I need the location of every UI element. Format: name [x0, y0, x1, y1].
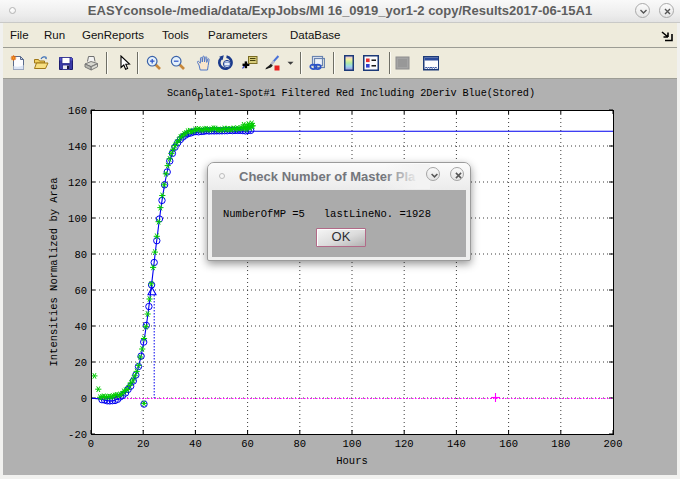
svg-text:20: 20: [74, 357, 87, 369]
svg-text:140: 140: [447, 438, 466, 450]
svg-text:120: 120: [68, 177, 87, 189]
svg-text:Intensities Normalized by Area: Intensities Normalized by Area: [48, 177, 60, 366]
svg-text:120: 120: [395, 438, 414, 450]
svg-text:60: 60: [74, 285, 87, 297]
svg-text:40: 40: [189, 438, 202, 450]
svg-text:200: 200: [604, 438, 623, 450]
svg-text:60: 60: [241, 438, 254, 450]
svg-text:140: 140: [68, 141, 87, 153]
svg-text:80: 80: [293, 438, 306, 450]
svg-text:160: 160: [68, 105, 87, 117]
svg-text:100: 100: [68, 213, 87, 225]
svg-text:180: 180: [551, 438, 570, 450]
svg-text:40: 40: [74, 321, 87, 333]
svg-text:160: 160: [499, 438, 518, 450]
svg-text:20: 20: [137, 438, 150, 450]
svg-text:80: 80: [74, 249, 87, 261]
svg-text:100: 100: [343, 438, 362, 450]
svg-text:0: 0: [88, 438, 94, 450]
svg-text:-20: -20: [68, 429, 87, 441]
svg-text:Hours: Hours: [336, 455, 368, 467]
svg-text:0: 0: [81, 393, 87, 405]
